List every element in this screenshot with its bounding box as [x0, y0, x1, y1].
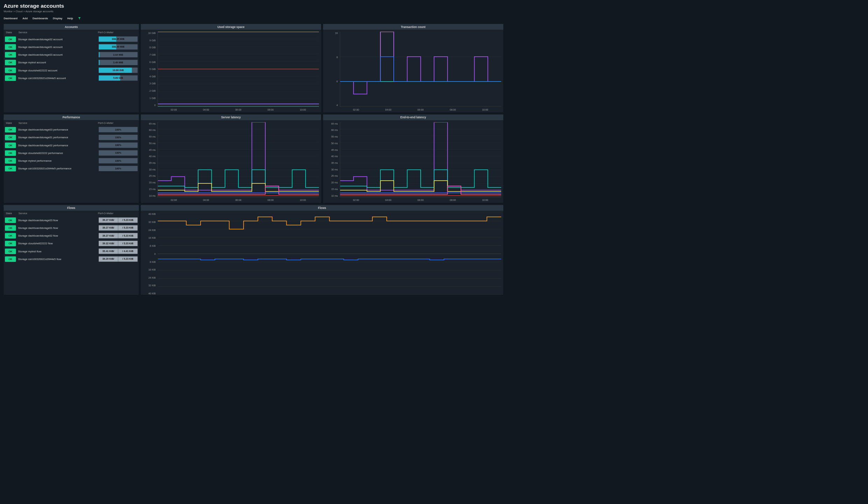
table-row: OKStorage dashboardstorage02 account338.…	[4, 35, 139, 43]
col-service: Service	[19, 121, 98, 125]
table-row: OKStorage cloudshell22222 flow39.22 KiB/…	[4, 239, 139, 247]
status-badge: OK	[5, 75, 16, 81]
perfometer: 3.49 MiB	[99, 60, 138, 65]
page-title: Azure storage accounts	[4, 3, 504, 9]
perfometer: 33.41 KiB// 4.41 KiB	[99, 248, 138, 254]
chart-plot-area[interactable]	[340, 32, 501, 107]
col-service: Service	[19, 212, 98, 215]
table-row: OKStorage dashboardstorage02 performance…	[4, 141, 139, 149]
chart-title: End-to-end latency	[323, 114, 503, 120]
chart-plot-area[interactable]	[158, 122, 319, 197]
panel-performance: Performance State Service Perf-O-Meter O…	[4, 114, 139, 203]
table-row: OKStorage csb100320021c0944e5 flow39.29 …	[4, 255, 139, 263]
menu-dashboards[interactable]: Dashboards	[33, 17, 48, 20]
col-state: State	[6, 121, 18, 125]
status-badge: OK	[5, 166, 16, 172]
status-badge: OK	[5, 44, 16, 50]
service-link[interactable]: Storage mytest account	[16, 61, 99, 64]
service-link[interactable]: Storage csb100320021c0944e5 performance	[16, 167, 99, 170]
service-link[interactable]: Storage mytest performance	[16, 159, 99, 162]
chart-plot-area[interactable]	[340, 122, 501, 197]
breadcrumb[interactable]: Monitor > Cloud > Azure storage accounts	[4, 9, 504, 13]
status-badge: OK	[5, 225, 16, 231]
menu-add[interactable]: Add	[22, 17, 28, 20]
panel-accounts: Accounts State Service Perf-O-Meter OKSt…	[4, 24, 139, 112]
service-link[interactable]: Storage dashboardstorage03 performance	[16, 128, 99, 131]
chart-plot-area[interactable]	[158, 32, 319, 107]
service-link[interactable]: Storage mytest flow	[16, 250, 99, 253]
service-link[interactable]: Storage dashboardstorage01 flow	[16, 226, 99, 230]
table-row: OKStorage dashboardstorage01 performance…	[4, 133, 139, 141]
perfometer: 10.00 GiB	[99, 68, 138, 73]
status-badge: OK	[5, 158, 16, 163]
col-perf: Perf-O-Meter	[98, 212, 137, 215]
service-link[interactable]: Storage dashboardstorage03 flow	[16, 218, 99, 222]
panel-used-storage: Used storage space 10 GiB9 GiB8 GiB7 GiB…	[141, 24, 321, 112]
status-badge: OK	[5, 241, 16, 246]
perfometer: 100%	[99, 158, 138, 163]
col-state: State	[6, 212, 18, 215]
panel-flows-chart: Flows 40 KiB32 KiB24 KiB16 KiB8 KiB08 Ki…	[141, 205, 503, 295]
col-perf: Perf-O-Meter	[98, 121, 137, 125]
perfometer: 5.00 GiB	[99, 75, 138, 80]
table-row: OKStorage dashboardstorage03 performance…	[4, 126, 139, 133]
table-row: OKStorage mytest performance100%	[4, 157, 139, 164]
chart-title: Used storage space	[141, 24, 321, 29]
status-badge: OK	[5, 135, 16, 140]
table-row: OKStorage csb100320021c0944e5 performanc…	[4, 164, 139, 172]
table-row: OKStorage csb100320021c0944e5 account5.0…	[4, 74, 139, 82]
perfometer: 338.49 MiB	[99, 44, 138, 49]
service-link[interactable]: Storage cloudshell22222 account	[16, 69, 99, 72]
filter-icon[interactable]	[78, 17, 81, 20]
table-row: OKStorage dashboardstorage01 flow39.27 K…	[4, 224, 139, 232]
panel-e2e-latency: End-to-end latency 65 ms60 ms55 ms50 ms4…	[323, 114, 503, 203]
toolbar: Dashboard Add Dashboards Display Help	[4, 15, 504, 21]
col-service: Service	[19, 31, 98, 34]
table-row: OKStorage dashboardstorage02 flow39.27 K…	[4, 232, 139, 239]
status-badge: OK	[5, 68, 16, 73]
chart-title: Flows	[141, 205, 503, 211]
table-row: OKStorage dashboardstorage01 account338.…	[4, 43, 139, 51]
status-badge: OK	[5, 52, 16, 57]
col-state: State	[6, 31, 18, 34]
perfometer: 39.27 KiB// 5.23 KiB	[99, 225, 138, 231]
panel-server-latency: Server latency 65 ms60 ms55 ms50 ms45 ms…	[141, 114, 321, 203]
table-row: OKStorage cloudshell22222 account10.00 G…	[4, 66, 139, 74]
perfometer: 100%	[99, 166, 138, 171]
perfometer: 338.35 MiB	[99, 36, 138, 42]
panel-txn-count: Transaction count 1086402:0004:0006:0008…	[323, 24, 503, 112]
perfometer: 100%	[99, 135, 138, 140]
service-link[interactable]: Storage dashboardstorage02 account	[16, 37, 99, 41]
chart-title: Server latency	[141, 114, 321, 120]
service-link[interactable]: Storage dashboardstorage02 flow	[16, 234, 99, 237]
service-link[interactable]: Storage cloudshell22222 performance	[16, 152, 99, 155]
service-link[interactable]: Storage dashboardstorage02 performance	[16, 144, 99, 147]
status-badge: OK	[5, 127, 16, 132]
table-row: OKStorage mytest account3.49 MiB	[4, 58, 139, 66]
status-badge: OK	[5, 233, 16, 238]
service-link[interactable]: Storage dashboardstorage01 performance	[16, 136, 99, 139]
service-link[interactable]: Storage cloudshell22222 flow	[16, 242, 99, 245]
status-badge: OK	[5, 256, 16, 262]
service-link[interactable]: Storage dashboardstorage01 account	[16, 46, 99, 49]
perfometer: 39.29 KiB// 5.23 KiB	[99, 256, 138, 261]
status-badge: OK	[5, 248, 16, 254]
panel-header-flows: Flows	[4, 205, 139, 211]
panel-header-accounts: Accounts	[4, 24, 139, 29]
table-row: OKStorage mytest flow33.41 KiB// 4.41 Ki…	[4, 247, 139, 255]
service-link[interactable]: Storage dashboardstorage03 account	[16, 53, 99, 56]
perfometer: 39.22 KiB// 5.23 KiB	[99, 241, 138, 246]
chart-plot-area[interactable]	[158, 213, 501, 295]
chart-title: Transaction count	[323, 24, 503, 29]
perfometer: 3.64 MiB	[99, 52, 138, 57]
service-link[interactable]: Storage csb100320021c0944e5 flow	[16, 258, 99, 261]
menu-help[interactable]: Help	[67, 17, 73, 20]
table-row: OKStorage cloudshell22222 performance100…	[4, 149, 139, 157]
panel-header-performance: Performance	[4, 114, 139, 120]
table-row: OKStorage dashboardstorage03 account3.64…	[4, 51, 139, 58]
service-link[interactable]: Storage csb100320021c0944e5 account	[16, 76, 99, 79]
perfometer: 39.27 KiB// 5.23 KiB	[99, 217, 138, 223]
status-badge: OK	[5, 36, 16, 42]
menu-dashboard[interactable]: Dashboard	[4, 17, 18, 20]
menu-display[interactable]: Display	[53, 17, 62, 20]
